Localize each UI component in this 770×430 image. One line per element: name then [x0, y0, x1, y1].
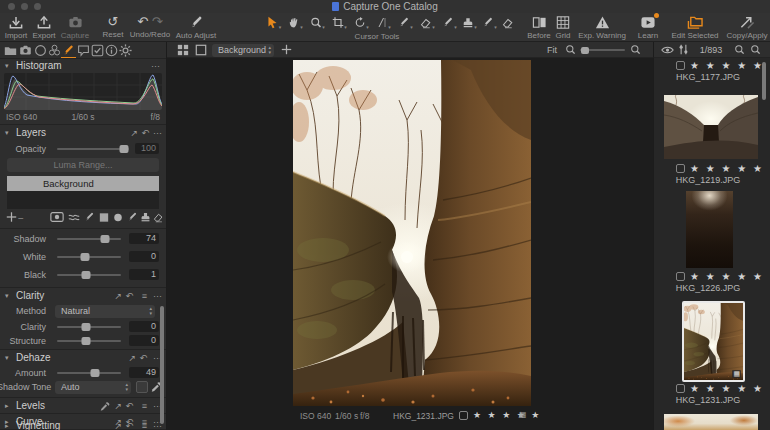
cursor-draw-mask-tool[interactable]: ▾: [396, 16, 415, 31]
copy-adjustments-icon[interactable]: ↗: [128, 353, 136, 363]
panel-layers-header[interactable]: ▾ Layers ↗ ↶ ···: [0, 127, 166, 140]
browser-item-partial[interactable]: [664, 414, 758, 430]
single-view-icon[interactable]: [195, 44, 207, 56]
fill-mask-icon[interactable]: [140, 211, 151, 223]
item-checkbox[interactable]: [676, 164, 685, 173]
browser-item-selected[interactable]: ▦ ★ ★ ★ ★ ★ HKG_1231.JPG: [653, 301, 766, 409]
caption-checkbox[interactable]: [459, 411, 468, 420]
reset-adjustments-icon[interactable]: ↶: [125, 401, 133, 411]
settings-tab-gear-icon[interactable]: [119, 44, 132, 57]
capture-button[interactable]: Capture: [57, 15, 93, 40]
structure-value[interactable]: 0: [129, 335, 159, 346]
slider-thumb[interactable]: [101, 235, 110, 243]
slider-thumb[interactable]: [82, 337, 91, 345]
presets-icon[interactable]: ≡: [142, 401, 147, 411]
reset-adjustments-icon[interactable]: ↶: [139, 353, 147, 363]
refine-mask-icon[interactable]: [68, 213, 80, 222]
panel-menu-icon[interactable]: ···: [151, 61, 160, 71]
copy-apply-button[interactable]: Copy/Apply: [724, 15, 770, 40]
reset-adjustments-icon[interactable]: ↶: [141, 128, 149, 138]
sort-filter-icon[interactable]: [678, 44, 689, 55]
shadow-slider[interactable]: [57, 238, 121, 240]
panel-levels-header[interactable]: ▸ Levels ↗ ↶ ≡ ···: [0, 400, 166, 413]
item-checkbox[interactable]: [676, 384, 685, 393]
panel-clarity-header[interactable]: ▾ Clarity ↗ ↶ ≡ ···: [0, 290, 166, 303]
shadow-tone-dropdown[interactable]: Auto ▴▾: [55, 381, 131, 394]
presets-icon[interactable]: ≡: [142, 291, 147, 301]
adjustments-tab-check-icon[interactable]: [91, 44, 104, 57]
import-button[interactable]: Import: [1, 15, 31, 40]
slider-thumb[interactable]: [91, 369, 100, 377]
opacity-slider[interactable]: [57, 148, 129, 150]
thumbnail-image[interactable]: [664, 95, 758, 159]
copy-adjustments-icon[interactable]: ↗: [114, 291, 122, 301]
zoom-out-icon[interactable]: [565, 44, 576, 55]
item-checkbox[interactable]: [676, 61, 685, 70]
fit-label[interactable]: Fit: [547, 45, 557, 55]
panel-vignetting-row[interactable]: ▸ Vignetting ↗ ↶ ≡ ···: [0, 417, 166, 430]
cursor-spot-removal-tool[interactable]: ▾: [480, 16, 499, 31]
luma-range-button[interactable]: Luma Range...: [7, 158, 159, 172]
black-value[interactable]: 1: [129, 269, 159, 280]
zoom-window-button[interactable]: [34, 3, 41, 10]
library-tab-folder-icon[interactable]: [4, 45, 17, 57]
cursor-heal-tool[interactable]: ▾: [440, 16, 459, 31]
radial-mask-icon[interactable]: [113, 212, 123, 223]
reset-button[interactable]: ↺ Reset: [97, 14, 129, 39]
shadow-tone-swatch[interactable]: [136, 381, 148, 393]
metadata-tab-info-icon[interactable]: [105, 44, 118, 57]
auto-adjust-button[interactable]: Auto Adjust: [172, 15, 220, 40]
add-adjustment-icon[interactable]: [281, 44, 292, 55]
panel-dehaze-header[interactable]: ▾ Dehaze ↗ ↶ ···: [0, 352, 166, 365]
left-panel-scrollbar[interactable]: [160, 306, 164, 424]
dehaze-amount-value[interactable]: 49: [129, 367, 159, 378]
clarity-method-dropdown[interactable]: Natural ▴▾: [55, 305, 155, 318]
multi-view-icon[interactable]: [177, 44, 189, 56]
clarity-value[interactable]: 0: [129, 321, 159, 332]
thumbnail-image[interactable]: [684, 303, 743, 380]
remove-layer-icon[interactable]: −: [18, 213, 24, 224]
selected-thumbnail-frame[interactable]: ▦: [682, 301, 745, 382]
clear-mask-icon[interactable]: [153, 211, 164, 223]
grid-toggle-button[interactable]: Grid: [549, 15, 577, 40]
copy-adjustments-icon[interactable]: ↗: [114, 421, 122, 430]
caption-star-rating[interactable]: ★ ★ ★ ★ ★: [473, 410, 541, 420]
copy-adjustments-icon[interactable]: ↗: [130, 128, 138, 138]
slider-thumb[interactable]: [119, 145, 128, 153]
browser-item[interactable]: ★ ★ ★ ★ ★ HKG_1177.JPG: [653, 60, 766, 86]
viewer-zoom-slider[interactable]: [580, 49, 625, 51]
dehaze-amount-slider[interactable]: [57, 372, 121, 374]
panel-menu-icon[interactable]: ···: [153, 291, 162, 301]
color-tab-wheel-icon[interactable]: [48, 44, 61, 57]
white-slider[interactable]: [57, 256, 121, 258]
levels-picker-icon[interactable]: [100, 401, 110, 412]
reset-adjustments-icon[interactable]: ↶: [125, 291, 133, 301]
item-checkbox[interactable]: [676, 272, 685, 281]
learn-button[interactable]: Learn: [631, 15, 665, 40]
white-value[interactable]: 0: [129, 251, 159, 262]
search-icon[interactable]: [734, 44, 745, 55]
panel-histogram-header[interactable]: ▾ Histogram ···: [0, 60, 166, 73]
copy-adjustments-icon[interactable]: ↗: [114, 401, 122, 411]
slider-thumb[interactable]: [82, 323, 91, 331]
eye-icon[interactable]: [661, 45, 674, 55]
details-tab-bubble-icon[interactable]: [77, 44, 90, 57]
item-star-rating[interactable]: ★ ★ ★ ★ ★: [690, 383, 764, 394]
export-button[interactable]: Export: [29, 15, 59, 40]
loupe-icon[interactable]: [750, 44, 761, 55]
cursor-clone-tool[interactable]: ▾: [460, 16, 479, 31]
browser-item[interactable]: ★ ★ ★ ★ ★ HKG_1226.JPG: [653, 191, 766, 298]
item-star-rating[interactable]: ★ ★ ★ ★ ★: [690, 163, 764, 174]
main-photo-canyon[interactable]: [293, 60, 531, 406]
presets-icon[interactable]: ≡: [142, 421, 147, 430]
cursor-pan-hand-tool[interactable]: ▾: [286, 16, 305, 31]
clarity-slider[interactable]: [57, 326, 121, 328]
thumbnail-image[interactable]: [686, 191, 733, 268]
exposure-warning-button[interactable]: Exp. Warning: [574, 15, 630, 40]
lens-tab-circle-icon[interactable]: [34, 44, 47, 57]
cursor-rotate-tool[interactable]: ▾: [352, 16, 371, 31]
slider-thumb[interactable]: [81, 271, 90, 279]
layer-row-background[interactable]: Background: [7, 176, 159, 191]
exposure-tab-brush-icon[interactable]: [62, 44, 75, 57]
undo-redo-button[interactable]: ↶ ↷ Undo/Redo: [126, 14, 174, 39]
